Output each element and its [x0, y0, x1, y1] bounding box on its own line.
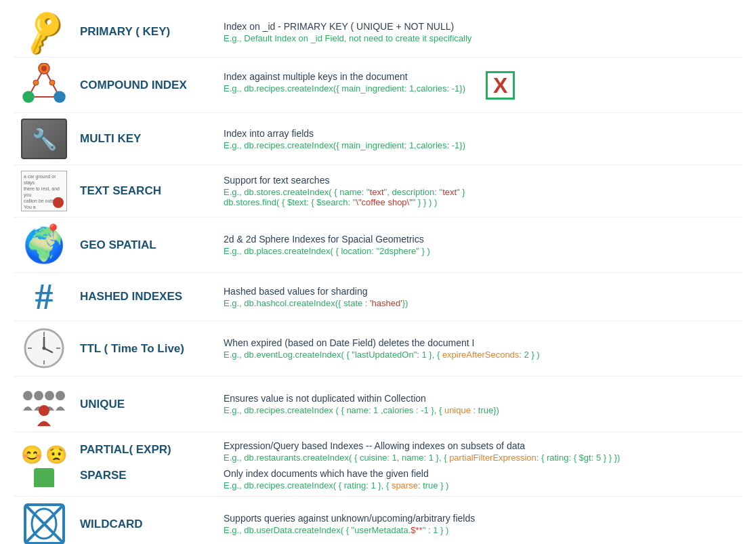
sparse-main-text: Only index documents which have the give… — [224, 468, 742, 479]
primary-key-label: PRIMARY ( KEY) — [75, 25, 210, 39]
primary-key-icon: 🔑 — [14, 12, 75, 51]
unique-row: UNIQUE Ensures value is not duplicated w… — [14, 377, 742, 432]
partial-sparse-desc: Expression/Query based Indexes -- Allowi… — [210, 440, 742, 490]
unique-label: UNIQUE — [75, 398, 210, 411]
unique-icon — [14, 382, 75, 426]
compound-badge: X — [486, 71, 515, 100]
compound-index-label: COMPOUND INDEX — [75, 79, 210, 92]
compound-index-example-text: E.g., db.recipes.createIndex({ main_ingr… — [224, 83, 465, 93]
geo-spatial-row: 🌍 📍 GEO SPATIAL 2d & 2d Sphere Indexes f… — [14, 217, 742, 273]
wildcard-label: WILDCARD — [75, 518, 210, 531]
text-search-label: TEXT SEARCH — [75, 184, 210, 198]
multi-key-row: 🔧 MULTI KEY Index into array fields E.g.… — [14, 113, 742, 165]
ttl-icon — [14, 327, 75, 371]
ttl-example-text: E.g., db.eventLog.createIndex( { "lastUp… — [224, 350, 742, 360]
text-search-desc: Support for text searches E.g., db.store… — [210, 175, 742, 207]
primary-key-desc: Index on _id - PRIMARY KEY ( UNIQUE + NO… — [210, 21, 742, 43]
primary-key-example-text: E.g., Default Index on _id Field, not ne… — [224, 33, 742, 43]
hashed-indexes-icon: # — [14, 278, 75, 315]
unique-main-text: Ensures value is not duplicated within C… — [224, 393, 742, 404]
compound-index-main-text: Index against multiple keys in the docum… — [224, 71, 465, 82]
sparse-label: SPARSE — [80, 469, 210, 482]
partial-main-text: Expression/Query based Indexes -- Allowi… — [224, 440, 742, 451]
multi-key-desc: Index into array fields E.g., db.recipes… — [210, 128, 742, 150]
wildcard-example-text: E.g., db.userData.createIndex( { "userMe… — [224, 525, 742, 535]
geo-spatial-label: GEO SPATIAL — [75, 238, 210, 252]
text-search-icon: a car ground or stays there to rest, and… — [14, 171, 75, 211]
text-search-main-text: Support for text searches — [224, 175, 742, 186]
partial-sparse-row: 😊 😟 PARTIAL( EXPR) SPARSE Expression/Que… — [14, 432, 742, 497]
primary-key-row: 🔑 PRIMARY ( KEY) Index on _id - PRIMARY … — [14, 7, 742, 58]
geo-spatial-icon: 🌍 📍 — [14, 223, 75, 267]
svg-point-4 — [23, 91, 34, 102]
geo-spatial-example-text: E.g., db.places.createIndex( { location:… — [224, 246, 742, 256]
ttl-label: TTL ( Time To Live) — [75, 342, 210, 356]
sparse-example-text: E.g., db.recipes.createIndex( { rating: … — [224, 480, 742, 490]
svg-point-7 — [33, 80, 39, 85]
ttl-main-text: When expired (based on Date Field) delet… — [224, 337, 742, 348]
svg-point-17 — [42, 347, 45, 350]
text-search-row: a car ground or stays there to rest, and… — [14, 165, 742, 217]
unique-example-text: E.g., db.recipes.createIndex ( { name: 1… — [224, 405, 742, 415]
multi-key-label: MULTI KEY — [75, 132, 210, 146]
hashed-indexes-main-text: Hashed based values for sharding — [224, 286, 742, 297]
wildcard-row: WILDCARD Supports queries against unknow… — [14, 497, 742, 544]
hashed-indexes-example-text: E.g., db.hashcol.createIndex({ state : '… — [224, 298, 742, 308]
compound-index-desc: Index against multiple keys in the docum… — [210, 71, 742, 100]
ttl-desc: When expired (based on Date Field) delet… — [210, 337, 742, 360]
multi-key-main-text: Index into array fields — [224, 128, 742, 139]
compound-index-icon — [14, 63, 75, 107]
text-search-example-text: E.g., db.stores.createIndex( { name: "te… — [224, 187, 742, 207]
wildcard-main-text: Supports queries against unknown/upcomin… — [224, 513, 742, 524]
svg-point-22 — [39, 405, 49, 416]
multi-key-example-text: E.g., db.recipes.createIndex({ main_ingr… — [224, 140, 742, 150]
multi-key-icon: 🔧 — [14, 119, 75, 159]
partial-icon: 😊 😟 — [14, 444, 75, 487]
hashed-indexes-row: # HASHED INDEXES Hashed based values for… — [14, 273, 742, 321]
hashed-indexes-label: HASHED INDEXES — [75, 290, 210, 304]
partial-expr-label: PARTIAL( EXPR) — [80, 443, 210, 457]
svg-point-21 — [56, 391, 65, 400]
svg-point-19 — [34, 391, 43, 400]
primary-key-main-text: Index on _id - PRIMARY KEY ( UNIQUE + NO… — [224, 21, 742, 32]
hashed-indexes-desc: Hashed based values for sharding E.g., d… — [210, 286, 742, 308]
svg-point-6 — [41, 66, 47, 71]
geo-spatial-main-text: 2d & 2d Sphere Indexes for Spacial Geome… — [224, 234, 742, 245]
svg-point-18 — [23, 391, 33, 400]
unique-desc: Ensures value is not duplicated within C… — [210, 393, 742, 415]
wildcard-icon — [14, 502, 75, 544]
svg-point-8 — [49, 80, 55, 85]
partial-example-text: E.g., db.restaurants.createIndex( { cuis… — [224, 453, 742, 463]
partial-label: PARTIAL( EXPR) SPARSE — [75, 440, 210, 482]
ttl-row: TTL ( Time To Live) When expired (based … — [14, 321, 742, 377]
svg-point-20 — [45, 391, 54, 400]
compound-index-row: COMPOUND INDEX Index against multiple ke… — [14, 58, 742, 113]
wildcard-desc: Supports queries against unknown/upcomin… — [210, 513, 742, 535]
svg-point-5 — [54, 91, 65, 102]
geo-spatial-desc: 2d & 2d Sphere Indexes for Spacial Geome… — [210, 234, 742, 256]
